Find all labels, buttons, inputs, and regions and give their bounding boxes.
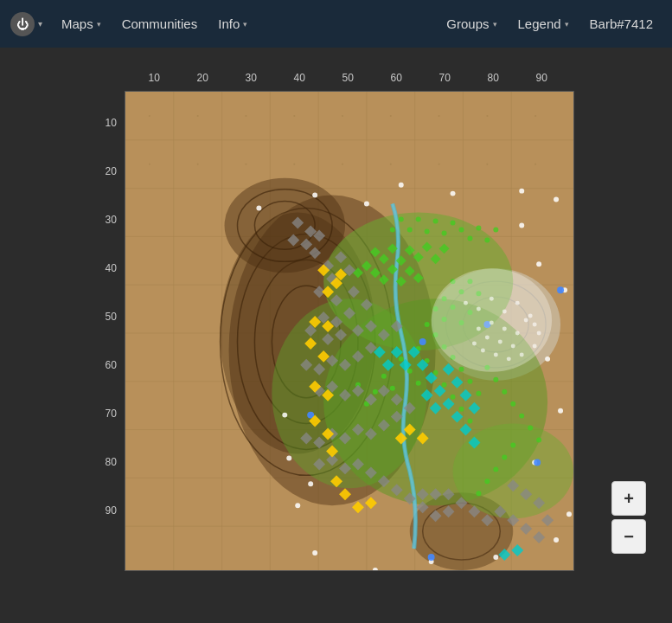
svg-point-291	[519, 352, 523, 356]
svg-point-30	[293, 164, 295, 165]
svg-point-129	[406, 369, 412, 374]
svg-point-272	[431, 268, 551, 372]
svg-point-73	[282, 413, 287, 418]
svg-point-66	[519, 222, 524, 228]
brand[interactable]: ⏻ ▾	[10, 12, 42, 36]
svg-point-292	[532, 344, 536, 348]
svg-point-53	[452, 424, 573, 519]
svg-point-288	[480, 348, 484, 352]
groups-caret-icon: ▾	[493, 20, 497, 29]
nav-legend[interactable]: Legend ▾	[509, 11, 578, 36]
svg-point-56	[519, 189, 524, 194]
y-label-50: 50	[106, 311, 117, 323]
svg-point-18	[148, 115, 150, 117]
maps-caret-icon: ▾	[97, 20, 101, 29]
svg-point-279	[502, 327, 506, 331]
x-label-10: 10	[149, 72, 160, 84]
svg-point-72	[566, 511, 572, 517]
svg-point-277	[515, 301, 519, 305]
svg-point-151	[450, 220, 455, 225]
svg-point-143	[476, 491, 481, 496]
nav-user[interactable]: Barb#7412	[581, 11, 662, 36]
svg-point-133	[372, 389, 377, 395]
svg-point-55	[398, 183, 403, 188]
svg-point-63	[545, 356, 550, 362]
svg-point-81	[557, 286, 564, 293]
svg-point-293	[536, 331, 541, 336]
y-label-70: 70	[106, 408, 117, 420]
svg-point-140	[502, 454, 507, 459]
svg-point-61	[536, 261, 541, 267]
svg-point-125	[450, 395, 455, 400]
zoom-in-button[interactable]: +	[611, 481, 646, 516]
svg-point-27	[148, 164, 150, 165]
y-label-90: 90	[106, 504, 117, 517]
svg-point-148	[424, 228, 429, 234]
svg-point-31	[342, 164, 343, 165]
svg-point-119	[502, 389, 507, 395]
svg-point-126	[458, 407, 464, 412]
svg-point-75	[295, 503, 300, 508]
nav-groups[interactable]: Groups ▾	[438, 11, 505, 36]
svg-point-127	[467, 419, 472, 424]
svg-point-276	[502, 310, 506, 314]
svg-point-275	[489, 297, 493, 301]
svg-point-152	[458, 227, 464, 232]
nav-maps[interactable]: Maps ▾	[53, 11, 110, 36]
svg-point-58	[450, 191, 455, 196]
svg-point-290	[506, 356, 510, 361]
svg-point-34	[486, 164, 488, 165]
svg-point-60	[363, 202, 368, 207]
svg-point-22	[342, 115, 343, 117]
svg-point-20	[245, 115, 246, 117]
svg-point-23	[389, 115, 391, 117]
map-canvas[interactable]	[125, 91, 574, 571]
svg-point-54	[312, 193, 317, 198]
x-label-70: 70	[439, 72, 451, 84]
svg-point-28	[196, 164, 198, 165]
svg-point-153	[467, 235, 472, 241]
map-wrapper: 10 20 30 40 50 60 70 80 90	[125, 91, 574, 571]
svg-point-131	[381, 374, 386, 379]
x-label-50: 50	[342, 72, 354, 84]
x-label-30: 30	[246, 72, 257, 84]
svg-point-128	[398, 356, 403, 362]
svg-point-286	[484, 335, 489, 339]
svg-point-24	[438, 115, 439, 117]
y-label-40: 40	[106, 262, 117, 274]
y-label-80: 80	[106, 456, 117, 468]
svg-point-280	[489, 321, 493, 325]
zoom-out-button[interactable]: −	[611, 519, 646, 554]
map-svg	[125, 92, 573, 570]
x-label-60: 60	[391, 72, 402, 84]
svg-point-137	[528, 426, 533, 431]
svg-point-25	[486, 115, 488, 117]
nav-info[interactable]: Info ▾	[209, 11, 256, 36]
svg-point-82	[534, 459, 541, 466]
main-content: 10 20 30 40 50 60 70 80 90	[0, 48, 672, 623]
zoom-controls: + −	[611, 481, 646, 554]
svg-point-32	[389, 164, 391, 165]
svg-point-282	[515, 331, 519, 336]
svg-point-294	[532, 323, 536, 327]
svg-point-67	[312, 550, 317, 556]
svg-point-284	[510, 344, 515, 348]
brand-icon: ⏻	[10, 12, 35, 36]
svg-point-74	[286, 455, 291, 460]
svg-point-77	[419, 338, 426, 345]
svg-point-149	[432, 219, 438, 224]
svg-point-289	[493, 352, 497, 356]
svg-point-139	[510, 443, 515, 448]
svg-point-76	[308, 481, 313, 486]
svg-point-287	[471, 341, 476, 345]
svg-point-145	[398, 217, 403, 222]
svg-point-150	[441, 230, 446, 235]
brand-caret[interactable]: ▾	[38, 19, 42, 29]
x-label-90: 90	[536, 72, 547, 84]
svg-point-26	[534, 115, 536, 117]
y-label-10: 10	[106, 117, 117, 129]
svg-point-57	[554, 197, 559, 202]
svg-point-147	[415, 217, 420, 222]
nav-communities[interactable]: Communities	[113, 11, 207, 36]
navbar: ⏻ ▾ Maps ▾ Communities Info ▾ Groups ▾ L…	[0, 0, 672, 48]
